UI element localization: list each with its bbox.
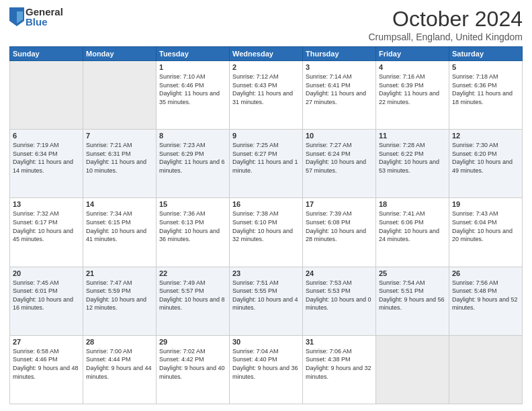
calendar-header-row: Sunday Monday Tuesday Wednesday Thursday… [10,47,523,61]
calendar-table: Sunday Monday Tuesday Wednesday Thursday… [9,46,523,404]
calendar-week-row: 27Sunrise: 6:58 AMSunset: 4:46 PMDayligh… [10,335,523,404]
day-info: Sunrise: 7:21 AMSunset: 6:31 PMDaylight:… [86,141,153,175]
day-info: Sunrise: 7:34 AMSunset: 6:15 PMDaylight:… [86,210,153,243]
day-info: Sunrise: 7:38 AMSunset: 6:10 PMDaylight:… [232,210,300,243]
page: General Blue October 2024 Crumpsall, Eng… [0,0,532,411]
day-info: Sunrise: 7:18 AMSunset: 6:36 PMDaylight:… [452,73,519,106]
day-number: 26 [452,269,519,277]
day-info: Sunrise: 7:02 AMSunset: 4:42 PMDaylight:… [159,347,226,381]
day-info: Sunrise: 7:16 AMSunset: 6:39 PMDaylight:… [379,73,446,106]
day-number: 14 [86,200,153,208]
table-row: 13Sunrise: 7:32 AMSunset: 6:17 PMDayligh… [10,198,83,267]
day-info: Sunrise: 7:25 AMSunset: 6:27 PMDaylight:… [232,141,300,175]
table-row: 29Sunrise: 7:02 AMSunset: 4:42 PMDayligh… [157,335,230,404]
calendar-week-row: 13Sunrise: 7:32 AMSunset: 6:17 PMDayligh… [10,198,523,267]
day-number: 2 [232,63,300,71]
day-info: Sunrise: 7:39 AMSunset: 6:08 PMDaylight:… [306,210,373,243]
day-number: 20 [13,269,80,277]
col-tuesday: Tuesday [157,47,230,61]
table-row: 14Sunrise: 7:34 AMSunset: 6:15 PMDayligh… [83,198,157,267]
table-row: 3Sunrise: 7:14 AMSunset: 6:41 PMDaylight… [303,61,376,130]
table-row: 15Sunrise: 7:36 AMSunset: 6:13 PMDayligh… [157,198,230,267]
table-row [83,61,157,130]
day-number: 7 [86,132,153,140]
day-number: 28 [86,338,153,346]
day-info: Sunrise: 7:43 AMSunset: 6:04 PMDaylight:… [452,210,519,243]
table-row: 6Sunrise: 7:19 AMSunset: 6:34 PMDaylight… [10,130,83,198]
day-info: Sunrise: 7:45 AMSunset: 6:01 PMDaylight:… [13,279,80,312]
table-row: 28Sunrise: 7:00 AMSunset: 4:44 PMDayligh… [83,335,157,404]
col-thursday: Thursday [303,47,376,61]
day-info: Sunrise: 7:14 AMSunset: 6:41 PMDaylight:… [306,73,373,106]
day-number: 24 [306,269,373,277]
day-number: 27 [13,338,80,346]
table-row [376,335,449,404]
table-row: 12Sunrise: 7:30 AMSunset: 6:20 PMDayligh… [449,130,523,198]
day-info: Sunrise: 7:23 AMSunset: 6:29 PMDaylight:… [159,141,226,175]
table-row: 31Sunrise: 7:06 AMSunset: 4:38 PMDayligh… [303,335,376,404]
table-row: 17Sunrise: 7:39 AMSunset: 6:08 PMDayligh… [303,198,376,267]
logo-icon [9,7,24,26]
day-number: 3 [306,63,373,71]
day-number: 31 [306,338,373,346]
day-info: Sunrise: 7:53 AMSunset: 5:53 PMDaylight:… [306,279,373,312]
table-row: 5Sunrise: 7:18 AMSunset: 6:36 PMDaylight… [449,61,523,130]
day-number: 29 [159,338,226,346]
table-row: 25Sunrise: 7:54 AMSunset: 5:51 PMDayligh… [376,267,449,335]
calendar-week-row: 6Sunrise: 7:19 AMSunset: 6:34 PMDaylight… [10,130,523,198]
day-number: 9 [232,132,300,140]
logo-general: General [26,7,63,17]
table-row: 26Sunrise: 7:56 AMSunset: 5:48 PMDayligh… [449,267,523,335]
col-sunday: Sunday [10,47,83,61]
day-info: Sunrise: 7:28 AMSunset: 6:22 PMDaylight:… [379,141,446,175]
logo-blue: Blue [26,17,63,27]
day-number: 22 [159,269,226,277]
table-row: 16Sunrise: 7:38 AMSunset: 6:10 PMDayligh… [230,198,303,267]
month-title: October 2024 [368,7,523,32]
day-info: Sunrise: 7:32 AMSunset: 6:17 PMDaylight:… [13,210,80,243]
location: Crumpsall, England, United Kingdom [368,32,523,42]
table-row: 4Sunrise: 7:16 AMSunset: 6:39 PMDaylight… [376,61,449,130]
table-row: 11Sunrise: 7:28 AMSunset: 6:22 PMDayligh… [376,130,449,198]
day-number: 19 [452,200,519,208]
day-number: 17 [306,200,373,208]
day-number: 16 [232,200,300,208]
day-number: 10 [306,132,373,140]
day-number: 6 [13,132,80,140]
col-friday: Friday [376,47,449,61]
table-row: 1Sunrise: 7:10 AMSunset: 6:46 PMDaylight… [157,61,230,130]
day-number: 12 [452,132,519,140]
day-info: Sunrise: 7:10 AMSunset: 6:46 PMDaylight:… [159,73,226,106]
table-row: 23Sunrise: 7:51 AMSunset: 5:55 PMDayligh… [230,267,303,335]
day-info: Sunrise: 7:49 AMSunset: 5:57 PMDaylight:… [159,279,226,312]
table-row: 9Sunrise: 7:25 AMSunset: 6:27 PMDaylight… [230,130,303,198]
day-info: Sunrise: 7:19 AMSunset: 6:34 PMDaylight:… [13,141,80,175]
logo-text: General Blue [26,7,63,27]
table-row: 20Sunrise: 7:45 AMSunset: 6:01 PMDayligh… [10,267,83,335]
col-saturday: Saturday [449,47,523,61]
day-info: Sunrise: 7:47 AMSunset: 5:59 PMDaylight:… [86,279,153,312]
day-info: Sunrise: 7:06 AMSunset: 4:38 PMDaylight:… [306,347,373,381]
calendar-week-row: 1Sunrise: 7:10 AMSunset: 6:46 PMDaylight… [10,61,523,130]
table-row: 27Sunrise: 6:58 AMSunset: 4:46 PMDayligh… [10,335,83,404]
day-number: 5 [452,63,519,71]
table-row: 18Sunrise: 7:41 AMSunset: 6:06 PMDayligh… [376,198,449,267]
title-area: October 2024 Crumpsall, England, United … [368,7,523,42]
day-number: 8 [159,132,226,140]
table-row: 21Sunrise: 7:47 AMSunset: 5:59 PMDayligh… [83,267,157,335]
day-info: Sunrise: 7:41 AMSunset: 6:06 PMDaylight:… [379,210,446,243]
table-row: 19Sunrise: 7:43 AMSunset: 6:04 PMDayligh… [449,198,523,267]
day-number: 13 [13,200,80,208]
day-number: 11 [379,132,446,140]
day-number: 25 [379,269,446,277]
day-info: Sunrise: 7:04 AMSunset: 4:40 PMDaylight:… [232,347,300,381]
day-number: 15 [159,200,226,208]
day-info: Sunrise: 7:51 AMSunset: 5:55 PMDaylight:… [232,279,300,312]
col-monday: Monday [83,47,157,61]
day-info: Sunrise: 7:30 AMSunset: 6:20 PMDaylight:… [452,141,519,175]
day-info: Sunrise: 7:00 AMSunset: 4:44 PMDaylight:… [86,347,153,381]
day-info: Sunrise: 7:56 AMSunset: 5:48 PMDaylight:… [452,279,519,312]
day-number: 21 [86,269,153,277]
table-row: 30Sunrise: 7:04 AMSunset: 4:40 PMDayligh… [230,335,303,404]
day-number: 1 [159,63,226,71]
